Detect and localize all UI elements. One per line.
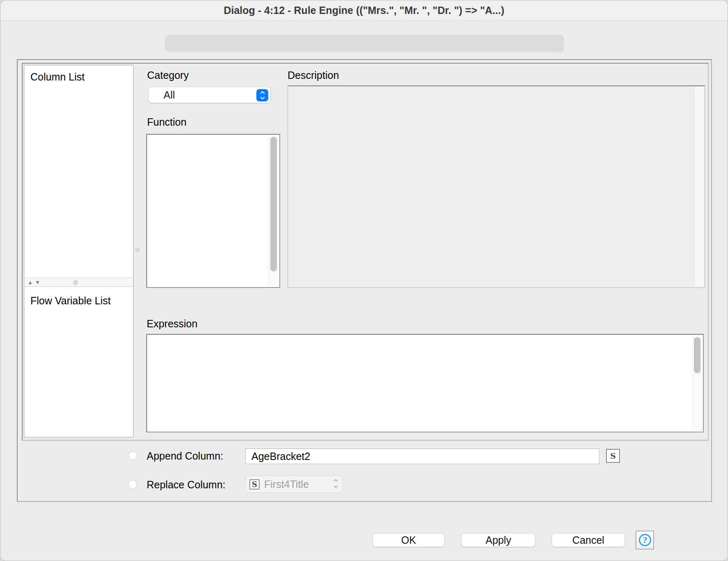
function-label: Function [147,116,187,128]
splitter-collapse-down-icon[interactable]: ▼ [35,279,40,286]
splitter-collapse-up-icon[interactable]: ▲ [28,279,33,286]
flow-variable-panel: Flow Variable List [24,289,133,309]
column-list-panel: Column List ▲ ▼ Flow Variable List [24,65,134,437]
column-list-title: Column List [24,65,133,85]
category-value: All [164,89,175,101]
expression-editor[interactable] [146,334,704,432]
vertical-splitter-handle-icon[interactable] [135,248,140,252]
help-button[interactable]: ? [636,531,654,550]
function-scrollbar[interactable] [269,136,279,286]
append-column-radio[interactable] [128,451,137,460]
description-label: Description [288,69,339,81]
replace-column-dropdown[interactable]: S First4Title [245,476,343,493]
ok-button[interactable]: OK [373,533,445,547]
category-label: Category [147,69,189,81]
window-title: Dialog - 4:12 - Rule Engine (("Mrs.", "M… [0,5,728,16]
append-column-label: Append Column: [147,450,223,462]
dropdown-stepper-icon[interactable] [256,89,268,101]
replace-column-radio[interactable] [128,480,137,489]
replace-column-label: Replace Column: [147,479,226,491]
append-column-input[interactable] [246,449,599,464]
panel-splitter[interactable]: ▲ ▼ [24,278,133,287]
title-bar: Dialog - 4:12 - Rule Engine (("Mrs.", "M… [0,0,728,21]
append-column-field-wrap [245,448,599,464]
function-scrollbar-thumb[interactable] [270,137,277,271]
flow-variable-list-title: Flow Variable List [24,289,133,309]
help-icon: ? [639,534,651,546]
chevron-up-down-icon [334,480,337,487]
tab-bar [165,35,564,52]
expression-scrollbar-thumb[interactable] [694,337,700,373]
description-panel [288,85,705,288]
rule-engine-dialog: Dialog - 4:12 - Rule Engine (("Mrs.", "M… [0,0,728,561]
splitter-handle-icon[interactable] [73,280,78,285]
expression-label: Expression [147,318,198,330]
description-scrollbar[interactable] [694,87,704,287]
category-dropdown[interactable]: All [148,87,271,103]
string-type-icon[interactable]: S [606,449,620,463]
function-list [146,134,280,288]
apply-button[interactable]: Apply [461,533,535,547]
cancel-button[interactable]: Cancel [552,533,625,547]
replace-column-value: First4Title [264,478,309,490]
expression-scrollbar[interactable] [692,336,702,431]
string-type-icon: S [249,479,260,490]
